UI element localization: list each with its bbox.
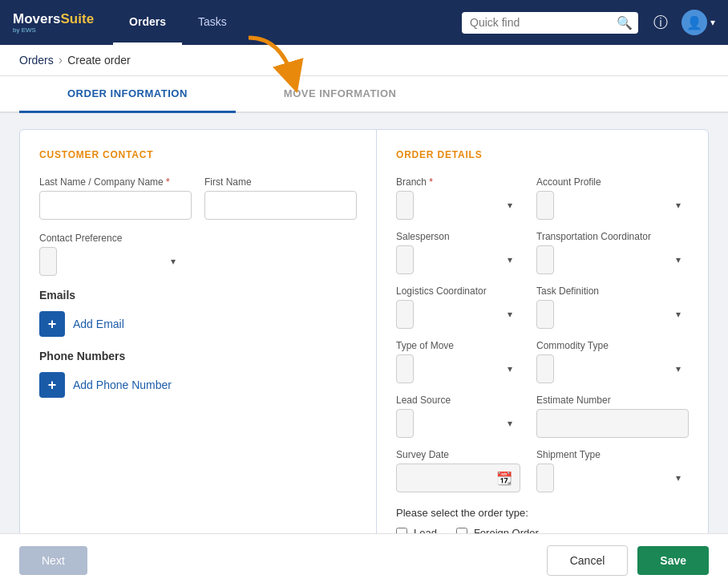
footer-right: Cancel Save — [547, 545, 709, 576]
first-name-input[interactable] — [204, 191, 357, 220]
estimate-number-input[interactable] — [536, 409, 689, 438]
type-of-move-select[interactable] — [396, 354, 414, 383]
salesperson-group: Salesperson — [396, 231, 520, 274]
search-area: 🔍 — [462, 12, 638, 34]
add-email-button[interactable]: + Add Email — [39, 311, 357, 337]
order-details-panel: ORDER DETAILS Branch * Account Profile — [377, 130, 708, 558]
phone-numbers-title: Phone Numbers — [39, 350, 357, 362]
last-name-group: Last Name / Company Name * — [39, 176, 192, 220]
survey-date-input[interactable] — [396, 464, 520, 492]
task-definition-select[interactable] — [536, 300, 554, 329]
order-details-grid: Branch * Account Profile Salesperson — [396, 176, 689, 539]
account-profile-group: Account Profile — [536, 176, 689, 220]
account-profile-label: Account Profile — [536, 176, 689, 188]
commodity-type-group: Commodity Type — [536, 340, 689, 383]
branch-select-wrapper — [396, 191, 520, 220]
last-name-input[interactable] — [39, 191, 192, 220]
navbar: MoversSuite by EWS Orders Tasks 🔍 ⓘ 👤 ▾ — [0, 0, 728, 45]
salesperson-label: Salesperson — [396, 231, 520, 242]
shipment-type-group: Shipment Type — [536, 449, 689, 492]
type-of-move-select-wrapper — [396, 354, 520, 383]
salesperson-select[interactable] — [396, 245, 414, 274]
first-name-group: First Name — [204, 176, 357, 220]
nav-icons: ⓘ 👤 ▾ — [648, 10, 715, 35]
transportation-coordinator-select[interactable] — [536, 245, 554, 274]
logistics-coordinator-group: Logistics Coordinator — [396, 285, 520, 329]
add-email-label: Add Email — [73, 318, 124, 330]
logo-text: MoversSuite — [13, 10, 94, 26]
logo: MoversSuite by EWS — [13, 11, 94, 34]
salesperson-select-wrapper — [396, 245, 520, 274]
commodity-type-select-wrapper — [536, 354, 689, 383]
branch-label: Branch * — [396, 176, 520, 188]
save-button[interactable]: Save — [637, 546, 709, 575]
customer-contact-panel: CUSTOMER CONTACT Last Name / Company Nam… — [20, 130, 377, 558]
avatar: 👤 — [681, 10, 707, 35]
transportation-coordinator-label: Transportation Coordinator — [536, 231, 689, 242]
name-row: Last Name / Company Name * First Name — [39, 176, 357, 220]
first-name-label: First Name — [204, 176, 357, 188]
search-input[interactable] — [470, 16, 610, 29]
type-of-move-label: Type of Move — [396, 340, 520, 351]
chevron-down-icon: ▾ — [710, 17, 715, 28]
survey-date-wrapper: 📆 — [396, 464, 520, 492]
user-menu-button[interactable]: 👤 ▾ — [681, 10, 715, 35]
add-email-icon: + — [39, 311, 65, 337]
commodity-type-select[interactable] — [536, 354, 554, 383]
task-definition-select-wrapper — [536, 300, 689, 329]
contact-preference-group: Contact Preference — [39, 233, 184, 276]
commodity-type-label: Commodity Type — [536, 340, 689, 351]
footer-bar: Next Cancel Save — [0, 533, 728, 587]
contact-pref-row: Contact Preference — [39, 233, 357, 276]
task-definition-group: Task Definition — [536, 285, 689, 329]
customer-contact-title: CUSTOMER CONTACT — [39, 149, 357, 160]
lead-source-select[interactable] — [396, 409, 414, 438]
lead-source-group: Lead Source — [396, 395, 520, 438]
survey-date-label: Survey Date — [396, 449, 520, 460]
shipment-type-select[interactable] — [536, 464, 554, 492]
breadcrumb-orders[interactable]: Orders — [19, 54, 54, 67]
add-phone-label: Add Phone Number — [73, 379, 172, 391]
order-details-title: ORDER DETAILS — [396, 149, 689, 160]
logistics-coordinator-label: Logistics Coordinator — [396, 285, 520, 297]
add-phone-button[interactable]: + Add Phone Number — [39, 372, 357, 398]
nav-tab-orders[interactable]: Orders — [113, 0, 182, 45]
tab-move-information[interactable]: MOVE INFORMATION — [236, 76, 445, 113]
transportation-coordinator-select-wrapper — [536, 245, 689, 274]
form-card: CUSTOMER CONTACT Last Name / Company Nam… — [19, 129, 709, 559]
account-profile-select-wrapper — [536, 191, 689, 220]
lead-source-select-wrapper — [396, 409, 520, 438]
logistics-coordinator-select-wrapper — [396, 300, 520, 329]
last-name-required: * — [166, 176, 170, 188]
add-phone-icon: + — [39, 372, 65, 398]
page-tabs: ORDER INFORMATION MOVE INFORMATION — [0, 76, 728, 113]
logistics-coordinator-select[interactable] — [396, 300, 414, 329]
contact-pref-select-wrapper — [39, 247, 184, 276]
estimate-number-group: Estimate Number — [536, 395, 689, 438]
type-of-move-group: Type of Move — [396, 340, 520, 383]
shipment-type-label: Shipment Type — [536, 449, 689, 460]
contact-pref-label: Contact Preference — [39, 233, 184, 244]
survey-date-group: Survey Date 📆 — [396, 449, 520, 492]
nav-tabs: Orders Tasks — [113, 0, 462, 45]
emails-title: Emails — [39, 289, 357, 302]
cancel-button[interactable]: Cancel — [547, 545, 629, 576]
lead-source-label: Lead Source — [396, 395, 520, 406]
account-profile-select[interactable] — [536, 191, 554, 220]
breadcrumb-create-order: Create order — [67, 54, 131, 67]
next-button[interactable]: Next — [19, 546, 87, 575]
contact-preference-select[interactable] — [39, 247, 57, 276]
last-name-label: Last Name / Company Name * — [39, 176, 192, 188]
info-button[interactable]: ⓘ — [648, 10, 673, 35]
logo-sub: by EWS — [13, 26, 94, 34]
shipment-type-select-wrapper — [536, 464, 689, 492]
transportation-coordinator-group: Transportation Coordinator — [536, 231, 689, 274]
branch-group: Branch * — [396, 176, 520, 220]
breadcrumb-separator: › — [59, 53, 63, 67]
branch-select[interactable] — [396, 191, 414, 220]
estimate-number-label: Estimate Number — [536, 395, 689, 406]
tab-order-information[interactable]: ORDER INFORMATION — [19, 76, 236, 113]
breadcrumb: Orders › Create order — [0, 45, 728, 76]
task-definition-label: Task Definition — [536, 285, 689, 297]
nav-tab-tasks[interactable]: Tasks — [182, 0, 243, 45]
